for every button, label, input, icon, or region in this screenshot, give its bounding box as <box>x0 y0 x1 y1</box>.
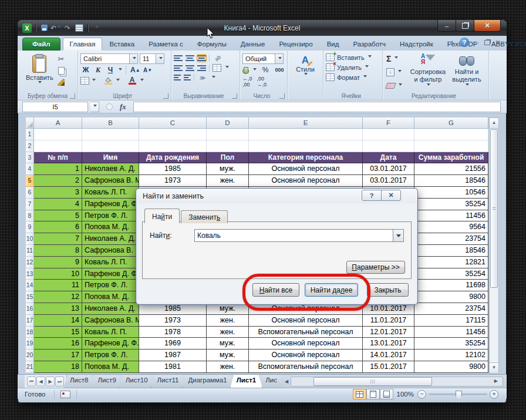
cell-G15[interactable]: 9800 <box>414 291 488 303</box>
dialog-launcher-font[interactable] <box>163 93 168 99</box>
row-header-15[interactable]: 15 <box>26 291 34 303</box>
cell-E4[interactable]: Основной персонал <box>249 163 363 175</box>
row-header-4[interactable]: 4 <box>26 163 34 175</box>
cell-C4[interactable]: 1985 <box>139 163 207 175</box>
cell-B16[interactable]: Николаев А. Д. <box>82 303 139 315</box>
dialog-launcher-clipboard[interactable] <box>70 93 75 99</box>
name-box-dropdown[interactable] <box>90 102 99 112</box>
zoom-out-button[interactable]: − <box>417 390 426 399</box>
first-sheet-icon[interactable]: ⏮ <box>27 377 36 387</box>
delete-cells-button[interactable]: Удалить <box>326 62 380 72</box>
cell-B3[interactable]: Имя <box>82 152 139 164</box>
cut-button[interactable]: ✂ <box>55 54 67 63</box>
cell-F1[interactable] <box>363 129 414 140</box>
row-header-1[interactable]: 1 <box>26 129 34 140</box>
cell-A14[interactable]: 11 <box>34 280 82 291</box>
bold-button[interactable]: Ж <box>80 65 91 75</box>
row-header-9[interactable]: 9 <box>26 221 34 233</box>
customize-qat-button[interactable] <box>92 23 101 33</box>
cell-F18[interactable]: 12.01.2017 <box>363 327 414 338</box>
font-color-button[interactable]: А <box>127 76 137 85</box>
cell-F2[interactable] <box>363 140 414 152</box>
cell-G9[interactable]: 9564 <box>414 221 488 233</box>
cell-G18[interactable]: 11456 <box>414 327 488 338</box>
sheet-tab-Лист8[interactable]: Лист8 <box>63 375 95 388</box>
cell-E17[interactable]: Основной персонал <box>249 315 363 327</box>
cell-A17[interactable]: 14 <box>34 315 82 327</box>
row-header-17[interactable]: 17 <box>26 315 34 327</box>
cell-G20[interactable]: 12102 <box>414 350 488 361</box>
cell-G11[interactable]: 18546 <box>414 245 488 257</box>
sheet-tab-Лист10[interactable]: Лист10 <box>119 375 154 388</box>
sheet-tab-Лист1[interactable]: Лист1 <box>230 375 263 388</box>
clear-button[interactable] <box>386 80 402 90</box>
cell-G16[interactable]: 23754 <box>414 303 488 315</box>
cell-G1[interactable] <box>414 129 488 140</box>
zoom-level[interactable]: 100% <box>397 391 414 398</box>
cell-A19[interactable]: 16 <box>34 338 82 350</box>
row-header-19[interactable]: 19 <box>26 338 34 350</box>
merge-dropdown-icon[interactable] <box>225 66 229 70</box>
column-header-G[interactable]: G <box>414 117 488 129</box>
copy-button[interactable] <box>55 66 67 75</box>
fill-color-dropdown-icon[interactable] <box>116 79 120 83</box>
formula-bar-handle[interactable] <box>106 103 113 110</box>
autosum-button[interactable]: Σ <box>386 53 402 63</box>
zoom-thumb[interactable] <box>456 391 462 399</box>
row-header-21[interactable]: 21 <box>26 361 34 373</box>
last-sheet-icon[interactable]: ⏭ <box>55 377 64 387</box>
row-header-5[interactable]: 5 <box>26 175 34 187</box>
cell-F19[interactable]: 13.01.2017 <box>363 338 414 350</box>
dialog-help-button[interactable]: ? <box>362 190 382 201</box>
cell-B12[interactable]: Коваль Л. П. <box>82 257 139 268</box>
cell-C19[interactable]: 1969 <box>139 338 207 350</box>
dialog-launcher-alignment[interactable] <box>232 93 237 99</box>
formula-input[interactable] <box>133 102 501 112</box>
accounting-format-button[interactable] <box>242 67 248 73</box>
restore-button[interactable] <box>456 20 474 32</box>
cell-B6[interactable]: Коваль Л. П. <box>82 187 139 199</box>
align-middle-button[interactable] <box>186 55 194 62</box>
cell-A13[interactable]: 10 <box>34 268 82 280</box>
cell-A5[interactable]: 2 <box>34 175 82 187</box>
wrap-dropdown-icon[interactable] <box>212 76 215 80</box>
cell-C2[interactable] <box>139 140 207 152</box>
align-center-button[interactable] <box>186 65 194 72</box>
horizontal-scrollbar[interactable]: ▶ <box>291 377 503 387</box>
row-header-13[interactable]: 13 <box>26 268 34 280</box>
cell-C3[interactable]: Дата рождения <box>139 152 207 164</box>
increase-indent-button[interactable] <box>184 74 191 81</box>
cell-A9[interactable]: 6 <box>34 221 82 233</box>
merge-center-button[interactable] <box>213 64 221 72</box>
select-all-corner[interactable] <box>26 117 34 129</box>
cell-D3[interactable]: Пол <box>207 152 249 164</box>
undo-button[interactable]: ↶ <box>51 23 60 33</box>
sheet-tab-Лист11[interactable]: Лист11 <box>151 375 186 388</box>
cell-B7[interactable]: Парфенов Д. Ф. <box>82 199 139 210</box>
column-header-C[interactable]: C <box>139 117 207 129</box>
cell-A15[interactable]: 12 <box>34 291 82 303</box>
insert-function-button[interactable]: fx <box>120 102 126 112</box>
workbook-close-icon[interactable]: ✕ <box>494 39 502 46</box>
ribbon-tab-Вид[interactable]: Вид <box>320 38 346 51</box>
scroll-down-icon[interactable]: ▼ <box>490 362 498 373</box>
cell-B1[interactable] <box>82 129 139 140</box>
cell-A21[interactable]: 18 <box>34 361 82 373</box>
font-name-combo[interactable]: Calibri <box>80 53 138 64</box>
number-format-combo[interactable]: Общий <box>242 53 284 64</box>
options-button[interactable]: Параметры >> <box>346 261 405 274</box>
workbook-restore-icon[interactable] <box>484 40 490 45</box>
cell-A4[interactable]: 1 <box>34 163 82 175</box>
row-header-7[interactable]: 7 <box>26 199 34 210</box>
cell-D17[interactable]: жен. <box>207 315 249 327</box>
cell-B20[interactable]: Петров Ф. Л. <box>82 350 139 361</box>
cell-F4[interactable]: 03.01.2017 <box>363 163 414 175</box>
shrink-font-button[interactable]: А▼ <box>143 65 153 75</box>
cell-G7[interactable]: 35254 <box>414 199 488 210</box>
zoom-track[interactable] <box>429 394 487 395</box>
accounting-dropdown-icon[interactable] <box>253 68 257 72</box>
paste-button[interactable]: Вставить <box>23 53 56 86</box>
sheet-tab-Диаграмма1[interactable]: Диаграмма1 <box>182 375 234 388</box>
comma-style-button[interactable]: 000 <box>274 65 285 75</box>
cell-G10[interactable]: 23754 <box>414 233 488 245</box>
